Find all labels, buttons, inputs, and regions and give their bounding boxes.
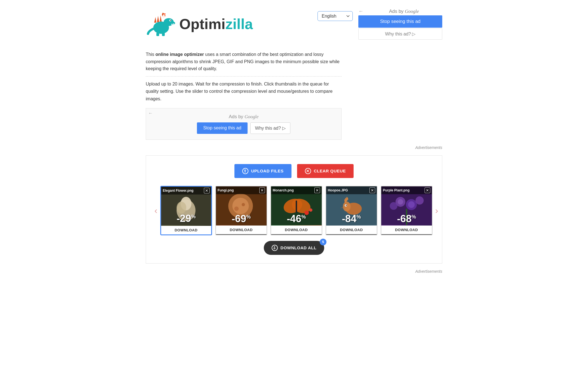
thumb-header-2: Monarch.png ✕ [271, 186, 322, 194]
thumb-close-2[interactable]: ✕ [314, 188, 320, 193]
why-this-ad-button-center[interactable]: Why this ad? ▷ [250, 122, 290, 134]
instructions-text: Upload up to 20 images. Wait for the com… [146, 80, 342, 103]
upload-buttons: ⇧ UPLOAD FILES ✕ CLEAR QUEUE [152, 164, 436, 178]
header-right: English Spanish French German Portuguese… [317, 8, 442, 40]
ad-center-label: Ads by Google [229, 114, 259, 120]
thumb-percent-2: -46% [271, 213, 322, 225]
thumb-header-1: Fungi.png ✕ [216, 186, 267, 194]
thumb-download-button-4[interactable]: DOWNLOAD [381, 226, 432, 234]
svg-rect-24 [296, 200, 297, 213]
thumb-close-3[interactable]: ✕ [370, 188, 375, 193]
ad-center: ← Ads by Google Stop seeing this ad Why … [146, 108, 342, 140]
svg-rect-5 [171, 24, 173, 25]
thumb-percent-1: -69% [216, 213, 267, 225]
next-thumbnail-button[interactable]: › [432, 203, 441, 219]
download-count-badge: 5 [320, 239, 326, 245]
download-all-icon: ⇩ [272, 245, 278, 251]
thumbnail-item-3[interactable]: Hoopoe.JPG ✕ [326, 186, 377, 235]
thumb-download-button-0[interactable]: DOWNLOAD [161, 226, 211, 234]
svg-marker-9 [160, 15, 162, 22]
thumb-filename-0: Elegant Flower.png [163, 189, 194, 193]
svg-point-36 [408, 201, 415, 208]
dino-logo-icon [146, 11, 179, 37]
thumb-filename-2: Monarch.png [273, 188, 294, 192]
thumb-filename-1: Fungi.png [218, 188, 234, 192]
ad-top-right: ← Ads by Google Stop seeing this ad Why … [358, 8, 442, 40]
thumb-percent-3: -84% [326, 213, 377, 225]
logo-text: Optimizilla [179, 16, 253, 32]
svg-point-18 [232, 198, 249, 214]
header: Optimizilla English Spanish French Germa… [146, 6, 442, 45]
svg-point-31 [345, 205, 347, 206]
stop-seeing-ad-button-top[interactable]: Stop seeing this ad [358, 15, 442, 28]
svg-point-38 [390, 202, 397, 210]
logo-suffix: zilla [225, 16, 253, 32]
upload-section: ⇧ UPLOAD FILES ✕ CLEAR QUEUE ‹ Elegant F… [146, 155, 442, 264]
thumb-filename-3: Hoopoe.JPG [328, 188, 348, 192]
stop-seeing-ad-button-center[interactable]: Stop seeing this ad [197, 122, 247, 134]
logo-area: Optimizilla [146, 11, 253, 37]
ad-back-arrow-icon[interactable]: ← [358, 8, 363, 14]
thumb-download-button-2[interactable]: DOWNLOAD [271, 226, 322, 234]
description-text: This online image optimizer uses a smart… [146, 51, 342, 72]
svg-point-29 [343, 201, 350, 211]
download-all-button[interactable]: ⇩ DOWNLOAD ALL 5 [264, 241, 324, 255]
thumb-filename-4: Purple Plant.png [383, 188, 410, 192]
svg-marker-7 [154, 17, 156, 23]
logo-prefix: Optimi [179, 16, 225, 32]
svg-rect-10 [156, 33, 159, 36]
svg-rect-11 [162, 33, 165, 36]
thumbnail-list: Elegant Flower.png ✕ -29% [160, 186, 432, 235]
thumb-close-4[interactable]: ✕ [425, 188, 430, 193]
advertisements-label-1: Advertisements [146, 145, 442, 150]
bold-text: online image optimizer [156, 52, 204, 57]
divider [146, 76, 342, 77]
upload-files-label: UPLOAD FILES [251, 169, 284, 173]
thumbnail-item-1[interactable]: Fungi.png ✕ -69% [215, 186, 267, 235]
download-all-area: ⇩ DOWNLOAD ALL 5 [152, 241, 436, 255]
clear-queue-label: CLEAR QUEUE [314, 169, 346, 173]
thumbnail-item-2[interactable]: Monarch.png ✕ [271, 186, 322, 235]
download-all-label: DOWNLOAD ALL [281, 245, 317, 250]
prev-thumbnail-button[interactable]: ‹ [152, 203, 160, 219]
svg-point-15 [177, 202, 186, 214]
ads-by-google-label-top: Ads by Google [366, 9, 442, 14]
ad-center-back-icon[interactable]: ← [148, 111, 153, 116]
thumb-header-3: Hoopoe.JPG ✕ [326, 186, 377, 194]
language-select[interactable]: English Spanish French German Portuguese [317, 11, 353, 21]
clear-queue-button[interactable]: ✕ CLEAR QUEUE [297, 164, 354, 178]
clear-icon: ✕ [305, 168, 311, 174]
thumb-close-1[interactable]: ✕ [259, 188, 265, 193]
lang-wrapper[interactable]: English Spanish French German Portuguese [317, 11, 353, 21]
svg-point-26 [309, 208, 312, 212]
svg-point-2 [171, 22, 175, 25]
thumb-header-0: Elegant Flower.png ✕ [161, 187, 211, 194]
svg-point-20 [242, 203, 245, 206]
thumbnail-item-4[interactable]: Purple Plant.png ✕ [381, 186, 432, 235]
thumb-header-4: Purple Plant.png ✕ [381, 186, 432, 194]
thumbnail-item-0[interactable]: Elegant Flower.png ✕ -29% [160, 186, 212, 235]
thumb-percent-0: -29% [161, 213, 211, 224]
svg-point-4 [170, 20, 171, 21]
thumb-close-0[interactable]: ✕ [204, 188, 210, 193]
thumb-download-button-1[interactable]: DOWNLOAD [216, 226, 267, 234]
svg-point-37 [415, 196, 424, 205]
upload-files-button[interactable]: ⇧ UPLOAD FILES [234, 164, 291, 178]
svg-point-19 [234, 207, 239, 211]
svg-rect-6 [173, 23, 174, 25]
thumb-download-button-3[interactable]: DOWNLOAD [326, 226, 377, 234]
svg-marker-8 [157, 16, 159, 22]
thumb-percent-4: -68% [381, 213, 432, 225]
thumbnails-container: ‹ Elegant Flower.png ✕ [152, 186, 436, 235]
svg-point-34 [398, 199, 403, 205]
ad-center-buttons: Stop seeing this ad Why this ad? ▷ [197, 122, 290, 134]
advertisements-label-2: Advertisements [146, 269, 442, 274]
upload-icon: ⇧ [242, 168, 248, 174]
why-this-ad-button-top[interactable]: Why this ad? ▷ [358, 28, 442, 40]
